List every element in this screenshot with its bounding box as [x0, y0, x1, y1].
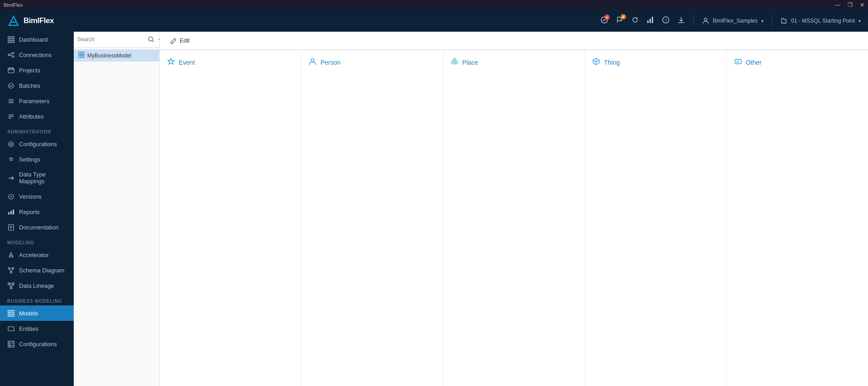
- sidebar-item-reports[interactable]: Reports: [0, 204, 74, 219]
- sidebar-item-models[interactable]: Models: [0, 305, 74, 321]
- app-logo: BimlFlex: [7, 14, 54, 27]
- section-modeling: MODELING: [0, 235, 74, 247]
- sidebar-label-models: Models: [19, 310, 38, 317]
- svg-point-41: [8, 267, 10, 269]
- project-name: 01 - MSSQL Starting Point: [791, 18, 855, 24]
- edit-button[interactable]: Edit: [167, 35, 193, 46]
- sidebar-label-attributes: Attributes: [19, 113, 44, 120]
- accelerator-icon: [7, 251, 14, 258]
- refresh-icon[interactable]: [631, 16, 639, 26]
- header-right: ● ● ? BimlFlex_Samples ▾: [600, 15, 861, 26]
- sidebar-label-documentation: Documentation: [19, 224, 58, 231]
- search-icon: [148, 36, 154, 43]
- sidebar-label-data-type-mappings: Data Type Mappings: [19, 171, 66, 185]
- content-panels: MyBusinessModel Edit: [74, 32, 868, 386]
- user-section[interactable]: BimlFlex_Samples ▾: [702, 17, 764, 24]
- sidebar-item-schema-diagram[interactable]: Schema Diagram: [0, 262, 74, 278]
- category-grid: Event Person: [160, 50, 868, 386]
- svg-rect-48: [12, 283, 14, 285]
- user-icon: [702, 17, 709, 24]
- sidebar-item-versions[interactable]: Versions: [0, 189, 74, 204]
- flag-badge: ●: [621, 14, 626, 19]
- search-button[interactable]: [147, 35, 155, 43]
- svg-line-46: [11, 269, 13, 272]
- edit-label: Edit: [180, 37, 190, 44]
- help-icon[interactable]: ?: [662, 16, 670, 26]
- svg-rect-13: [8, 40, 10, 43]
- batches-icon: [7, 82, 14, 89]
- sidebar-item-data-lineage[interactable]: Data Lineage: [0, 278, 74, 293]
- flags-icon[interactable]: ●: [616, 16, 624, 26]
- notifications-icon[interactable]: ●: [600, 16, 608, 26]
- documentation-icon: [7, 224, 14, 231]
- sidebar-label-batches: Batches: [19, 82, 40, 89]
- download-icon[interactable]: [677, 16, 685, 26]
- svg-rect-53: [8, 310, 10, 313]
- sidebar-item-accelerator[interactable]: Accelerator: [0, 247, 74, 262]
- svg-rect-66: [79, 52, 81, 54]
- project-section[interactable]: 01 - MSSQL Starting Point ▾: [780, 17, 861, 24]
- category-event-header: Event: [167, 57, 195, 67]
- edit-icon: [171, 38, 177, 44]
- svg-point-72: [454, 60, 455, 62]
- svg-rect-22: [12, 67, 13, 69]
- username: BimlFlex_Samples: [713, 18, 758, 24]
- sidebar-item-parameters[interactable]: Parameters: [0, 93, 74, 109]
- svg-line-19: [10, 55, 12, 56]
- maximize-button[interactable]: ❐: [848, 2, 853, 8]
- category-thing: Thing: [585, 50, 726, 386]
- category-person-header: Person: [308, 57, 340, 67]
- close-button[interactable]: ✕: [860, 2, 864, 8]
- header-divider-1: [693, 15, 694, 26]
- svg-rect-68: [79, 55, 81, 57]
- svg-rect-57: [8, 327, 14, 331]
- svg-rect-20: [8, 68, 14, 73]
- section-business-modeling: BUSINESS MODELING: [0, 293, 74, 305]
- sidebar-label-schema-diagram: Schema Diagram: [19, 267, 64, 274]
- svg-point-43: [10, 272, 12, 273]
- sidebar-label-dashboard: Dashboard: [19, 36, 48, 43]
- sidebar-label-accelerator: Accelerator: [19, 252, 49, 258]
- sidebar-label-connections: Connections: [19, 52, 52, 58]
- sidebar-item-entities[interactable]: Entities: [0, 321, 74, 336]
- sidebar-item-documentation[interactable]: Documentation: [0, 219, 74, 235]
- sidebar-label-reports: Reports: [19, 209, 40, 215]
- sidebar-item-batches[interactable]: Batches: [0, 78, 74, 93]
- title-bar-controls: — ❐ ✕: [835, 2, 864, 8]
- sidebar-item-bm-configurations[interactable]: Configurations: [0, 336, 74, 352]
- sidebar-item-settings[interactable]: Settings: [0, 152, 74, 167]
- svg-rect-34: [8, 212, 9, 214]
- category-other: Other: [727, 50, 868, 386]
- svg-line-63: [152, 41, 154, 42]
- data-lineage-icon: [7, 282, 14, 289]
- svg-point-15: [8, 54, 10, 56]
- entities-icon: [7, 325, 14, 332]
- user-dropdown-arrow: ▾: [761, 19, 764, 24]
- minimize-button[interactable]: —: [835, 2, 840, 8]
- model-tree-icon: [78, 52, 85, 59]
- svg-point-70: [311, 59, 314, 62]
- svg-rect-74: [735, 59, 741, 64]
- category-other-header: Other: [734, 57, 762, 67]
- notification-badge: ●: [604, 14, 610, 20]
- sidebar-item-attributes[interactable]: Attributes: [0, 109, 74, 124]
- sidebar-item-projects[interactable]: Projects: [0, 62, 74, 78]
- sidebar-item-data-type-mappings[interactable]: Data Type Mappings: [0, 167, 74, 189]
- svg-point-16: [12, 52, 14, 54]
- logo-text: BimlFlex: [24, 16, 54, 25]
- svg-rect-12: [12, 37, 14, 39]
- sidebar-item-connections[interactable]: Connections: [0, 47, 74, 62]
- search-input[interactable]: [77, 36, 145, 43]
- versions-icon: [7, 193, 14, 200]
- data-type-mappings-icon: [7, 174, 14, 181]
- svg-text:?: ?: [664, 18, 667, 23]
- svg-rect-11: [8, 37, 10, 39]
- sidebar-item-dashboard[interactable]: Dashboard: [0, 32, 74, 47]
- category-thing-header: Thing: [592, 57, 620, 67]
- svg-point-10: [704, 18, 707, 21]
- chart-icon[interactable]: [646, 16, 655, 26]
- tree-item-my-business-model[interactable]: MyBusinessModel: [74, 49, 159, 62]
- sidebar-label-configurations: Configurations: [19, 141, 57, 148]
- configurations-icon: [7, 140, 14, 148]
- sidebar-item-configurations[interactable]: Configurations: [0, 136, 74, 152]
